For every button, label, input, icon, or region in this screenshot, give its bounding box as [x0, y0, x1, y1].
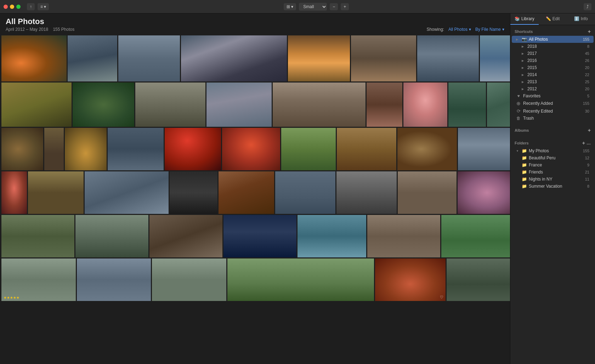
fullscreen-button[interactable]: [16, 5, 21, 9]
content-area: All Photos April 2012 – May 2018 155 Pho…: [0, 13, 510, 364]
year-2013-label: 2013: [527, 79, 583, 84]
photo-cell[interactable]: [118, 35, 180, 81]
zoom-out-button[interactable]: −: [330, 3, 338, 10]
photo-cell[interactable]: [441, 215, 510, 257]
sidebar-item-2012[interactable]: ▶ 2012 20: [512, 85, 594, 92]
sidebar-item-2015[interactable]: ▶ 2015 20: [512, 64, 594, 71]
sidebar-item-trash[interactable]: 🗑 Trash: [512, 115, 594, 122]
photo-cell[interactable]: [288, 35, 350, 81]
sidebar-item-beautiful-peru[interactable]: 📁 Beautiful Peru 12: [512, 154, 594, 161]
sort-chevron: ▾: [502, 27, 504, 32]
photo-cell[interactable]: [1, 128, 43, 170]
showing-dropdown[interactable]: All Photos ▾: [448, 27, 471, 32]
photo-cell[interactable]: [337, 128, 396, 170]
photo-cell[interactable]: [170, 171, 217, 214]
sidebar-item-recently-added[interactable]: ⊕ Recently Added 155: [512, 99, 594, 107]
photo-cell[interactable]: [1, 215, 74, 257]
photo-cell[interactable]: [403, 83, 447, 127]
sidebar-item-2014[interactable]: ▶ 2014 22: [512, 71, 594, 78]
sidebar-item-my-photos[interactable]: ▼ 📁 My Photos 155: [512, 147, 594, 154]
sidebar-item-summer-vacation[interactable]: 📁 Summer Vacation 8: [512, 183, 594, 190]
menu-button[interactable]: ≡ ▾: [38, 3, 49, 10]
photo-cell[interactable]: [275, 171, 335, 214]
photo-cell[interactable]: [181, 35, 287, 81]
photo-cell[interactable]: [398, 171, 457, 214]
photo-cell[interactable]: [227, 258, 374, 301]
photo-cell[interactable]: [73, 83, 135, 127]
photo-cell[interactable]: [447, 258, 510, 301]
photo-cell[interactable]: [75, 215, 148, 257]
photo-cell[interactable]: [281, 128, 336, 170]
zoom-in-button[interactable]: +: [341, 3, 349, 10]
photo-cell[interactable]: [397, 128, 457, 170]
photo-cell[interactable]: [417, 35, 479, 81]
sort-dropdown[interactable]: By File Name ▾: [475, 27, 504, 32]
photo-cell[interactable]: [135, 83, 205, 127]
photo-cell[interactable]: [1, 83, 72, 127]
year-2017-label: 2017: [527, 51, 583, 56]
photo-cell[interactable]: [367, 215, 440, 257]
sidebar-item-2016[interactable]: ▶ 2016 26: [512, 57, 594, 64]
view-button[interactable]: ⊞ ▾: [284, 3, 296, 10]
size-select[interactable]: Small Medium Large: [299, 3, 327, 11]
sidebar-item-france[interactable]: 📁 France 9: [512, 161, 594, 169]
photo-cell[interactable]: [487, 83, 510, 127]
add-album-button[interactable]: +: [588, 127, 591, 133]
sidebar: 📚 Library ✏️ Edit ℹ️ Info Shortcuts: [510, 13, 595, 364]
photo-cell[interactable]: [351, 35, 416, 81]
tab-info[interactable]: ℹ️ Info: [567, 13, 595, 25]
content-header: All Photos April 2012 – May 2018 155 Pho…: [0, 13, 510, 34]
folder-icon: 📁: [522, 177, 527, 182]
sidebar-item-favorites[interactable]: ♥ Favorites 5: [512, 92, 594, 99]
photo-cell[interactable]: [480, 35, 510, 81]
photo-cell[interactable]: [448, 83, 486, 127]
minimize-button[interactable]: [10, 5, 14, 9]
close-button[interactable]: [4, 5, 8, 9]
sidebar-item-nights-in-ny[interactable]: 📁 Nights in NY 11: [512, 176, 594, 183]
sort-value: By File Name: [475, 27, 501, 32]
photo-cell[interactable]: [85, 171, 169, 214]
photo-cell[interactable]: [28, 171, 84, 214]
photo-cell[interactable]: [1, 171, 27, 214]
sidebar-item-friends[interactable]: 📁 Friends 21: [512, 169, 594, 176]
add-folder-button[interactable]: +: [582, 140, 585, 146]
photo-cell[interactable]: [206, 83, 272, 127]
photo-cell[interactable]: [165, 128, 221, 170]
photo-cell[interactable]: [149, 215, 222, 257]
import-button[interactable]: ↑: [27, 3, 35, 10]
tab-edit[interactable]: ✏️ Edit: [539, 13, 567, 25]
tab-library[interactable]: 📚 Library: [510, 13, 539, 25]
year-2012-count: 20: [585, 87, 589, 91]
sidebar-item-2013[interactable]: ▶ 2013 25: [512, 78, 594, 85]
year-2013-count: 25: [585, 80, 589, 84]
folder-more-button[interactable]: …: [586, 141, 591, 146]
photo-cell[interactable]: [152, 258, 226, 301]
photo-cell[interactable]: [458, 171, 510, 214]
favorites-label: Favorites: [523, 93, 585, 98]
photo-cell[interactable]: ★★★★★: [1, 258, 76, 301]
photo-cell[interactable]: [458, 128, 510, 170]
photo-scroll[interactable]: ★★★★★♡: [0, 34, 510, 364]
summer-vacation-label: Summer Vacation: [529, 184, 585, 189]
photo-cell[interactable]: [367, 83, 402, 127]
photo-cell[interactable]: [68, 35, 117, 81]
photo-cell[interactable]: [44, 128, 63, 170]
photo-cell[interactable]: [222, 128, 280, 170]
photo-cell[interactable]: [219, 171, 274, 214]
photo-cell[interactable]: [336, 171, 397, 214]
photo-cell[interactable]: [77, 258, 151, 301]
photo-cell[interactable]: [223, 215, 296, 257]
photo-cell[interactable]: [1, 35, 67, 81]
photo-cell[interactable]: [108, 128, 164, 170]
sidebar-item-2017[interactable]: ▶ 2017 45: [512, 50, 594, 57]
sidebar-item-all-photos[interactable]: ▶ 📷 All Photos 155: [512, 36, 594, 43]
share-button[interactable]: ⤴: [584, 3, 591, 10]
sidebar-item-recently-edited[interactable]: ⟳ Recently Edited 30: [512, 107, 594, 115]
sidebar-item-2018[interactable]: ▶ 2018 8: [512, 43, 594, 50]
photo-cell[interactable]: [65, 128, 107, 170]
photo-cell[interactable]: ♡: [375, 258, 446, 301]
disclosure-icon: ▶: [522, 73, 525, 76]
photo-cell[interactable]: [298, 215, 367, 257]
add-shortcut-button[interactable]: +: [588, 29, 591, 34]
photo-cell[interactable]: [273, 83, 366, 127]
